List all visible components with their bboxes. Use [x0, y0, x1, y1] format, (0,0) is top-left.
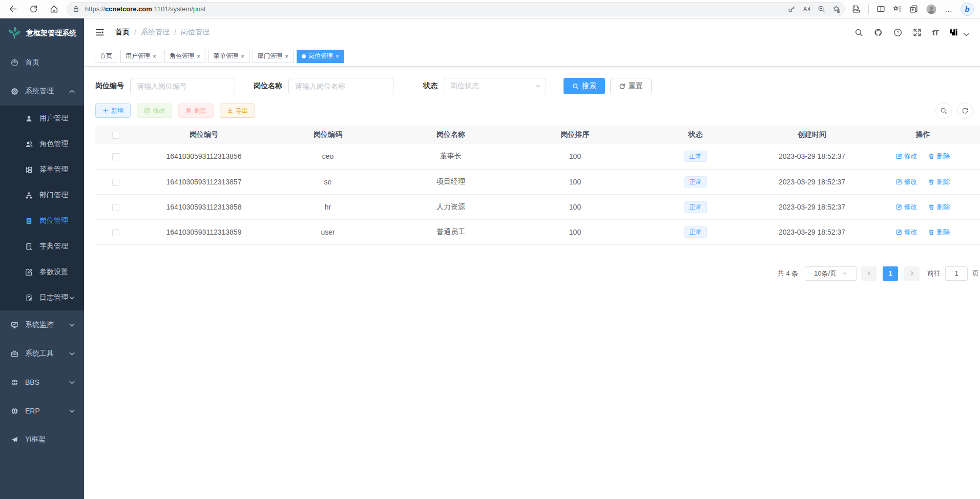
sidebar-item-departments[interactable]: 部门管理 [0, 182, 84, 208]
app-title: 意框架管理系统 [26, 29, 76, 38]
sidebar-item-menus[interactable]: 菜单管理 [0, 157, 84, 182]
search-button[interactable]: 搜索 [564, 78, 605, 94]
page-size-select[interactable]: 10条/页 [805, 266, 857, 281]
sidebar-item-system[interactable]: 系统管理 [0, 77, 84, 106]
close-icon[interactable]: × [153, 53, 156, 59]
select-all-checkbox[interactable] [112, 132, 119, 139]
user-avatar-menu[interactable] [949, 26, 971, 39]
edit-button-disabled[interactable]: 修改 [137, 103, 172, 118]
close-icon[interactable]: × [336, 53, 339, 59]
sidebar-item-logs[interactable]: 日志管理 [0, 285, 84, 310]
row-edit-link[interactable]: 修改 [896, 177, 918, 186]
refresh-table-button[interactable] [957, 102, 973, 119]
docs-question-icon[interactable] [893, 28, 902, 37]
favorite-star-icon[interactable] [832, 5, 840, 13]
row-edit-link[interactable]: 修改 [896, 227, 918, 237]
breadcrumb-system[interactable]: 系统管理 [141, 28, 170, 37]
collections-icon[interactable] [909, 5, 918, 13]
top-navbar: 首页 / 系统管理 / 岗位管理 tT [84, 18, 980, 46]
reset-button[interactable]: 重置 [610, 78, 652, 94]
breadcrumb-home[interactable]: 首页 [115, 28, 130, 37]
tab-roles[interactable]: 角色管理× [164, 50, 205, 63]
row-edit-link[interactable]: 修改 [896, 152, 918, 161]
row-edit-link[interactable]: 修改 [896, 202, 918, 212]
post-name-input[interactable] [288, 78, 393, 94]
extensions-icon[interactable] [852, 5, 861, 13]
browser-toolbar: https://ccnetcore.com:1101/system/post …… [0, 0, 980, 18]
close-icon[interactable]: × [197, 53, 200, 59]
cell-created: 2023-03-29 18:52:37 [758, 144, 866, 169]
delete-button-disabled[interactable]: 删除 [178, 103, 214, 118]
table-row[interactable]: 1641030593112313856 ceo 董事长 100 正常 2023-… [95, 144, 980, 169]
sidebar-item-erp[interactable]: ERP [0, 397, 84, 425]
tab-posts-active[interactable]: 岗位管理× [297, 50, 344, 63]
row-checkbox[interactable] [112, 179, 119, 186]
password-key-icon[interactable] [788, 5, 796, 13]
table-row[interactable]: 1641030593112313857 se 项目经理 100 正常 2023-… [95, 169, 980, 194]
tab-label: 岗位管理 [308, 52, 333, 60]
sidebar-item-bbs[interactable]: BBS [0, 368, 84, 397]
zoom-out-icon[interactable] [818, 5, 825, 13]
close-icon[interactable]: × [241, 53, 244, 59]
sidebar-item-tools[interactable]: 系统工具 [0, 339, 84, 368]
row-checkbox[interactable] [112, 229, 119, 236]
app-logo[interactable]: 意框架管理系统 [0, 18, 84, 48]
sidebar-item-dictionary[interactable]: 字典管理 [0, 234, 84, 259]
sidebar-item-yi-framework[interactable]: Yi框架 [0, 425, 84, 454]
page-number-1[interactable]: 1 [883, 266, 898, 281]
row-checkbox[interactable] [112, 204, 119, 211]
table-row[interactable]: 1641030593112313859 user 普通员工 100 正常 202… [95, 219, 980, 244]
prev-page-button[interactable] [861, 266, 877, 281]
sidebar-item-posts[interactable]: 岗位管理 [0, 208, 84, 234]
font-size-icon[interactable]: tT [932, 28, 939, 37]
address-bar[interactable]: https://ccnetcore.com:1101/system/post [67, 2, 845, 16]
tab-home[interactable]: 首页 [95, 50, 117, 63]
sidebar-item-home[interactable]: 首页 [0, 48, 84, 77]
tab-menus[interactable]: 菜单管理× [208, 50, 249, 63]
bing-chat-icon[interactable]: b [961, 3, 974, 16]
sidebar-item-roles[interactable]: 角色管理 [0, 131, 84, 157]
toggle-search-button[interactable] [935, 102, 952, 119]
browser-home-button[interactable] [46, 2, 61, 16]
cell-post-id: 1641030593112313858 [136, 194, 272, 219]
add-button[interactable]: 新增 [95, 103, 131, 118]
browser-more-icon[interactable]: … [945, 5, 953, 13]
next-page-button[interactable] [904, 266, 920, 281]
post-code-input[interactable] [130, 78, 235, 94]
badge-icon [25, 217, 33, 225]
row-delete-link[interactable]: 删除 [928, 177, 950, 186]
github-icon[interactable] [874, 28, 883, 37]
add-button-label: 新增 [111, 107, 123, 115]
tab-users[interactable]: 用户管理× [120, 50, 161, 63]
close-icon[interactable]: × [285, 53, 288, 59]
sidebar-item-label: 岗位管理 [39, 216, 68, 225]
header-search-icon[interactable] [854, 28, 863, 37]
sidebar-item-parameters[interactable]: 参数设置 [0, 259, 84, 285]
sidebar-item-monitoring[interactable]: 系统监控 [0, 310, 84, 339]
row-delete-link[interactable]: 删除 [928, 202, 950, 212]
goto-page-input[interactable] [945, 266, 968, 281]
table-row[interactable]: 1641030593112313858 hr 人力资源 100 正常 2023-… [95, 194, 980, 219]
trash-icon [928, 204, 934, 210]
row-delete-link[interactable]: 删除 [928, 227, 950, 237]
split-screen-icon[interactable] [877, 5, 885, 13]
sidebar-fold-button[interactable] [92, 24, 108, 40]
sidebar-item-users[interactable]: 用户管理 [0, 106, 84, 131]
edit-icon [896, 229, 902, 235]
browser-back-button[interactable] [5, 2, 20, 16]
tab-label: 菜单管理 [214, 52, 238, 60]
row-delete-link[interactable]: 删除 [928, 152, 950, 161]
url-text[interactable]: https://ccnetcore.com:1101/system/post [85, 5, 782, 13]
browser-profile-avatar[interactable] [926, 4, 937, 15]
status-select[interactable]: 岗位状态 [444, 78, 546, 94]
fullscreen-icon[interactable] [913, 28, 922, 37]
read-aloud-icon[interactable] [803, 5, 810, 13]
browser-refresh-button[interactable] [26, 2, 41, 16]
export-button[interactable]: 导出 [220, 103, 255, 118]
status-badge: 正常 [684, 176, 707, 188]
chevron-up-icon [68, 88, 76, 95]
row-checkbox[interactable] [112, 153, 119, 160]
sidebar-item-label: 系统工具 [25, 349, 54, 358]
tab-departments[interactable]: 部门管理× [253, 50, 294, 63]
favorites-bar-icon[interactable] [893, 5, 902, 13]
